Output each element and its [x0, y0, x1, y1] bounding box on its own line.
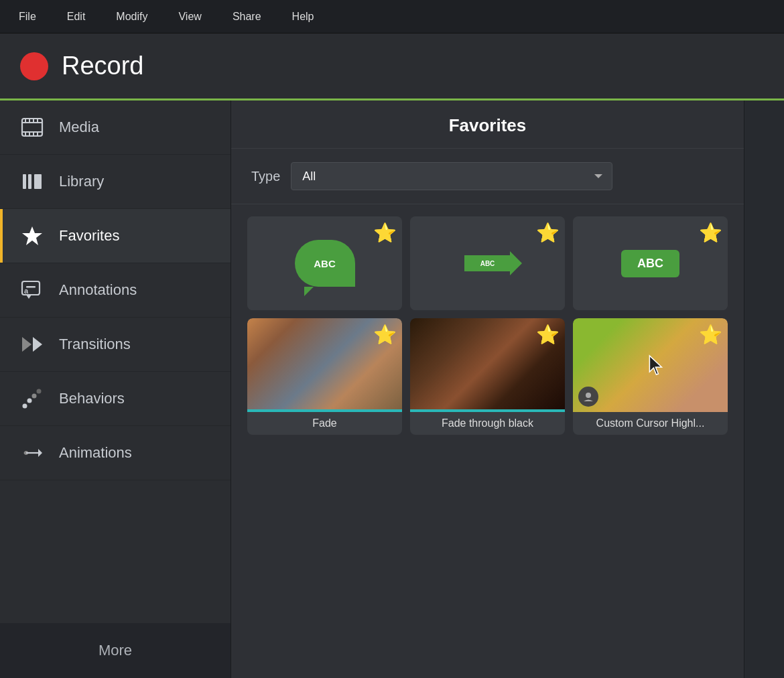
sidebar: Media Library Favorites: [0, 100, 231, 678]
sidebar-label-behaviors: Behaviors: [59, 390, 125, 407]
svg-marker-14: [22, 226, 42, 245]
menu-modify[interactable]: Modify: [111, 8, 153, 25]
fade-through-black-preview: ⭐: [410, 318, 565, 412]
svg-point-21: [23, 404, 27, 409]
annotation-icon: a: [20, 278, 44, 302]
svg-marker-19: [22, 337, 31, 352]
type-label: Type: [251, 169, 280, 184]
star-badge-4: ⭐: [373, 324, 397, 346]
svg-rect-7: [25, 133, 26, 136]
transition-icon: [20, 332, 44, 356]
favorites-grid: ABC ⭐ ABC ⭐ ABC: [231, 204, 744, 447]
sidebar-item-animations[interactable]: Animations: [0, 426, 231, 480]
fade-label: Fade: [247, 412, 402, 435]
arrow-preview: ABC ⭐: [410, 216, 565, 310]
star-badge-6: ⭐: [699, 324, 722, 346]
svg-marker-18: [26, 295, 31, 299]
green-button-preview: ABC ⭐: [573, 216, 728, 310]
fav-item-fade-through-black[interactable]: ⭐ Fade through black: [410, 318, 565, 435]
sidebar-item-favorites[interactable]: Favorites: [0, 209, 231, 263]
menu-help[interactable]: Help: [287, 8, 320, 25]
svg-rect-4: [29, 119, 30, 122]
custom-cursor-preview: ⭐: [573, 318, 728, 412]
green-btn-icon: ABC: [621, 250, 679, 277]
fade-preview: ⭐: [247, 318, 402, 412]
main-layout: Media Library Favorites: [0, 100, 784, 678]
star-icon: [20, 224, 44, 248]
sidebar-item-annotations[interactable]: a Annotations: [0, 263, 231, 318]
sidebar-item-transitions[interactable]: Transitions: [0, 318, 231, 372]
svg-point-29: [586, 393, 591, 398]
film-icon: [20, 115, 44, 139]
svg-marker-28: [38, 449, 42, 457]
svg-rect-3: [25, 119, 26, 122]
fav-item-green-button[interactable]: ABC ⭐: [573, 216, 728, 310]
svg-marker-30: [649, 356, 661, 375]
svg-point-26: [24, 452, 26, 454]
star-badge-5: ⭐: [536, 324, 560, 346]
star-badge-3: ⭐: [699, 222, 722, 244]
menu-share[interactable]: Share: [227, 8, 267, 25]
svg-rect-1: [22, 122, 42, 123]
svg-rect-11: [23, 174, 26, 189]
record-title: Record: [62, 52, 144, 80]
type-select[interactable]: All Media Transitions Annotations Behavi…: [291, 162, 612, 190]
sidebar-item-library[interactable]: Library: [0, 155, 231, 209]
fav-item-custom-cursor[interactable]: ⭐ Custom Cursor Highl...: [573, 318, 728, 435]
sidebar-item-behaviors[interactable]: Behaviors: [0, 372, 231, 426]
content-title: Favorites: [231, 100, 744, 149]
svg-rect-12: [28, 174, 31, 189]
record-button[interactable]: [20, 52, 48, 80]
svg-point-22: [27, 399, 32, 403]
menu-edit[interactable]: Edit: [62, 8, 91, 25]
svg-rect-5: [33, 119, 34, 122]
cloud-icon-text: ABC: [314, 258, 336, 269]
behaviors-icon: [20, 387, 44, 411]
svg-rect-10: [37, 133, 38, 136]
menu-bar: File Edit Modify View Share Help: [0, 0, 784, 33]
svg-text:a: a: [24, 287, 29, 295]
more-button[interactable]: More: [0, 623, 231, 678]
sidebar-label-media: Media: [59, 119, 99, 136]
svg-marker-20: [33, 337, 42, 352]
svg-rect-8: [29, 133, 30, 136]
arrow-body: ABC: [464, 255, 511, 271]
fav-item-arrow[interactable]: ABC ⭐: [410, 216, 565, 310]
sidebar-label-annotations: Annotations: [59, 281, 137, 299]
library-icon: [20, 170, 44, 194]
menu-file[interactable]: File: [13, 8, 42, 25]
arrow-shape: ABC: [464, 255, 511, 271]
svg-rect-2: [22, 131, 42, 133]
svg-rect-13: [34, 174, 42, 189]
custom-cursor-label: Custom Cursor Highl...: [573, 412, 728, 435]
menu-view[interactable]: View: [173, 8, 206, 25]
svg-rect-6: [37, 119, 38, 122]
star-badge-2: ⭐: [536, 222, 560, 244]
star-badge-1: ⭐: [373, 222, 397, 244]
record-bar: Record: [0, 33, 784, 100]
animations-icon: [20, 441, 44, 465]
svg-point-24: [37, 389, 42, 394]
svg-point-23: [32, 394, 37, 399]
sidebar-label-library: Library: [59, 173, 104, 190]
cloud-icon: ABC: [295, 240, 355, 287]
user-badge: [578, 387, 598, 407]
cursor-icon: [647, 354, 665, 376]
sidebar-label-favorites: Favorites: [59, 227, 119, 245]
sidebar-item-media[interactable]: Media: [0, 100, 231, 155]
sidebar-label-transitions: Transitions: [59, 336, 131, 353]
sidebar-label-animations: Animations: [59, 444, 132, 462]
fade-through-black-label: Fade through black: [410, 412, 565, 435]
svg-rect-9: [33, 133, 34, 136]
fav-item-speech-bubble[interactable]: ABC ⭐: [247, 216, 402, 310]
speech-bubble-preview: ABC ⭐: [247, 216, 402, 310]
type-filter: Type All Media Transitions Annotations B…: [231, 149, 744, 204]
arrow-body-text: ABC: [480, 260, 495, 267]
content-area: Favorites Type All Media Transitions Ann…: [231, 100, 744, 678]
right-panel: [744, 100, 784, 678]
fav-item-fade[interactable]: ⭐ Fade: [247, 318, 402, 435]
